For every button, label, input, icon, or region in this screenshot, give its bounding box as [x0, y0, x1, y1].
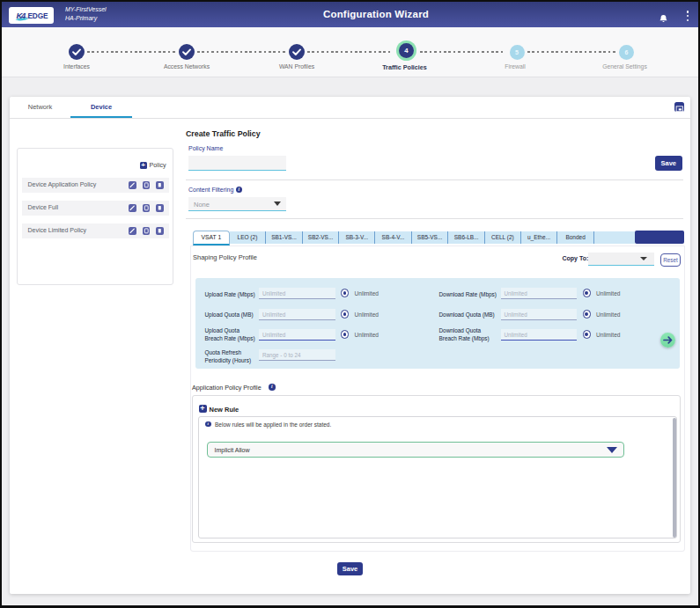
- svg-text:4: 4: [20, 10, 26, 19]
- svg-text:EDGE: EDGE: [27, 11, 48, 20]
